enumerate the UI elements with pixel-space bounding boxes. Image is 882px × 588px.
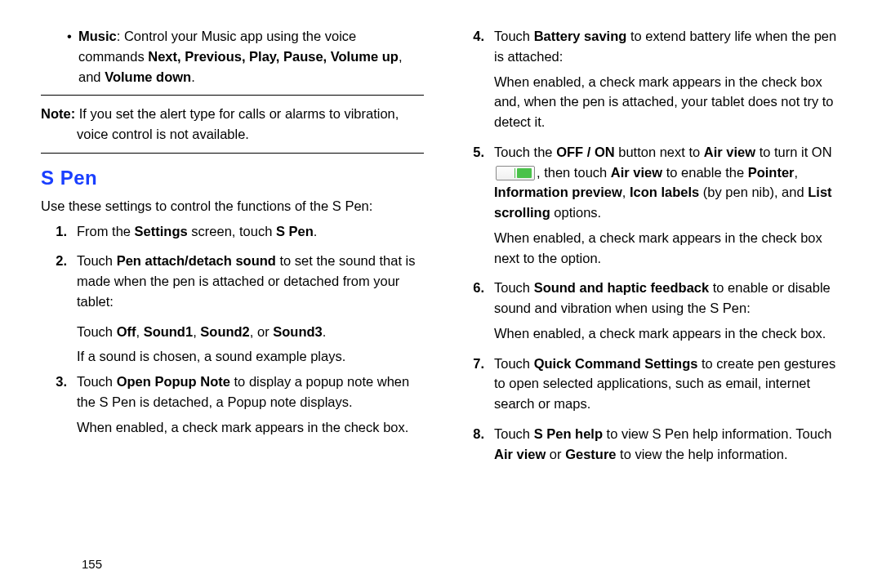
- step-6-number: 6.: [458, 278, 494, 348]
- step-5-body: Touch the OFF / ON button next to Air vi…: [494, 142, 841, 274]
- toggle-on-icon: [496, 166, 535, 180]
- step-7-body: Touch Quick Command Settings to create p…: [494, 354, 841, 419]
- s5-t7: Air view: [611, 165, 662, 180]
- step-8-body: Touch S Pen help to view S Pen help info…: [494, 424, 841, 470]
- s3-sub-text: When enabled, a check mark appears in th…: [77, 417, 424, 438]
- step-3: 3. Touch Open Popup Note to display a po…: [41, 372, 424, 442]
- step-8-number: 8.: [458, 424, 494, 470]
- music-label: Music: [78, 29, 117, 43]
- s5-t3: button next to: [615, 145, 704, 159]
- step-3-number: 3.: [41, 372, 77, 442]
- s3-t1: Touch: [77, 374, 117, 389]
- s4-sub-text: When enabled, a check mark appears in th…: [494, 72, 841, 132]
- s8-t6: Gesture: [565, 447, 616, 461]
- s2s-t5: ,: [193, 324, 200, 339]
- page-number: 155: [82, 555, 102, 574]
- step-7-number: 7.: [458, 354, 494, 419]
- note-label: Note:: [41, 106, 75, 121]
- intro-text: Use these settings to control the functi…: [41, 196, 424, 216]
- s2s-t7: , or: [250, 324, 273, 339]
- step-4-number: 4.: [458, 26, 494, 137]
- step-5-number: 5.: [458, 142, 494, 274]
- s5-t10: ,: [795, 165, 799, 180]
- step-1-body: From the Settings screen, touch S Pen.: [77, 221, 424, 247]
- s5-t16: options.: [550, 205, 601, 220]
- music-bullet: •Music: Control your Music app using the…: [41, 26, 424, 87]
- s2s-t4: Sound1: [144, 324, 194, 339]
- s8-t7: to view the help information.: [616, 447, 787, 461]
- step-6-body: Touch Sound and haptic feedback to enabl…: [494, 278, 841, 348]
- s4-t2: Battery saving: [534, 29, 627, 43]
- step-1: 1. From the Settings screen, touch S Pen…: [41, 221, 424, 247]
- step-2-number: 2.: [41, 251, 77, 316]
- s5-t14: (by pen nib), and: [699, 185, 808, 199]
- left-column: •Music: Control your Music app using the…: [41, 26, 424, 539]
- s5-t13: Icon labels: [630, 185, 699, 199]
- s5-t2: OFF / ON: [556, 145, 615, 159]
- s1-t3: screen, touch: [188, 224, 276, 238]
- s2s-t2: Off: [117, 324, 136, 339]
- s1-t2: Settings: [135, 224, 188, 238]
- s1-t1: From the: [77, 224, 135, 238]
- note-block: Note: If you set the alert type for call…: [41, 104, 424, 145]
- step-4: 4. Touch Battery saving to extend batter…: [458, 26, 841, 137]
- s1-t5: .: [314, 224, 318, 238]
- s8-t1: Touch: [494, 426, 534, 441]
- divider-bottom: [41, 153, 424, 154]
- s1-t4: S Pen: [276, 224, 314, 238]
- step-2: 2. Touch Pen attach/detach sound to set …: [41, 251, 424, 316]
- s2s-t1: Touch: [77, 324, 117, 339]
- s2s-t8: Sound3: [273, 324, 323, 339]
- s3-t2: Open Popup Note: [117, 374, 230, 389]
- step-8: 8. Touch S Pen help to view S Pen help i…: [458, 424, 841, 470]
- bullet-dot-icon: •: [67, 26, 78, 47]
- s6-sub-text: When enabled, a check mark appears in th…: [494, 323, 841, 344]
- s8-t2: S Pen help: [534, 426, 603, 441]
- step-2-body: Touch Pen attach/detach sound to set the…: [77, 251, 424, 316]
- step-7: 7. Touch Quick Command Settings to creat…: [458, 354, 841, 419]
- s5-t12: ,: [622, 185, 630, 199]
- s5-t5: to turn it ON: [755, 145, 832, 159]
- s7-t2: Quick Command Settings: [534, 356, 698, 371]
- music-commands: Next, Previous, Play, Pause, Volume up: [148, 49, 399, 64]
- s7-t1: Touch: [494, 356, 534, 371]
- music-period: .: [191, 69, 195, 84]
- s2-t1: Touch: [77, 253, 117, 268]
- s8-t5: or: [546, 447, 565, 461]
- divider-top: [41, 95, 424, 96]
- note-text: If you set the alert type for calls or a…: [75, 106, 399, 141]
- s2s-t9: .: [323, 324, 327, 339]
- s2s-t3: ,: [136, 324, 143, 339]
- s5-t6: , then touch: [537, 165, 611, 180]
- step-5: 5. Touch the OFF / ON button next to Air…: [458, 142, 841, 274]
- s6-t2: Sound and haptic feedback: [534, 280, 710, 295]
- s5-t11: Information preview: [494, 185, 622, 199]
- right-column: 4. Touch Battery saving to extend batter…: [458, 26, 841, 539]
- s5-t1: Touch the: [494, 145, 556, 159]
- s8-t4: Air view: [494, 447, 546, 461]
- s5-t4: Air view: [704, 145, 755, 159]
- s8-t3: to view S Pen help information. Touch: [603, 426, 831, 441]
- s2-sub2-text: If a sound is chosen, a sound example pl…: [77, 346, 424, 367]
- step-4-body: Touch Battery saving to extend battery l…: [494, 26, 841, 137]
- s2s-t6: Sound2: [200, 324, 250, 339]
- s4-t1: Touch: [494, 29, 534, 43]
- s5-t9: Pointer: [748, 165, 795, 180]
- step-1-number: 1.: [41, 221, 77, 247]
- s6-t1: Touch: [494, 280, 534, 295]
- step-6: 6. Touch Sound and haptic feedback to en…: [458, 278, 841, 348]
- page-content: •Music: Control your Music app using the…: [0, 0, 882, 539]
- s2-t2: Pen attach/detach sound: [117, 253, 276, 268]
- s5-sub-text: When enabled, a check mark appears in th…: [494, 228, 841, 269]
- s5-t8: to enable the: [662, 165, 748, 180]
- step-2-sub: Touch Off, Sound1, Sound2, or Sound3. If…: [41, 322, 424, 368]
- section-heading: S Pen: [41, 163, 424, 193]
- step-3-body: Touch Open Popup Note to display a popup…: [77, 372, 424, 442]
- music-last-command: Volume down: [105, 69, 191, 84]
